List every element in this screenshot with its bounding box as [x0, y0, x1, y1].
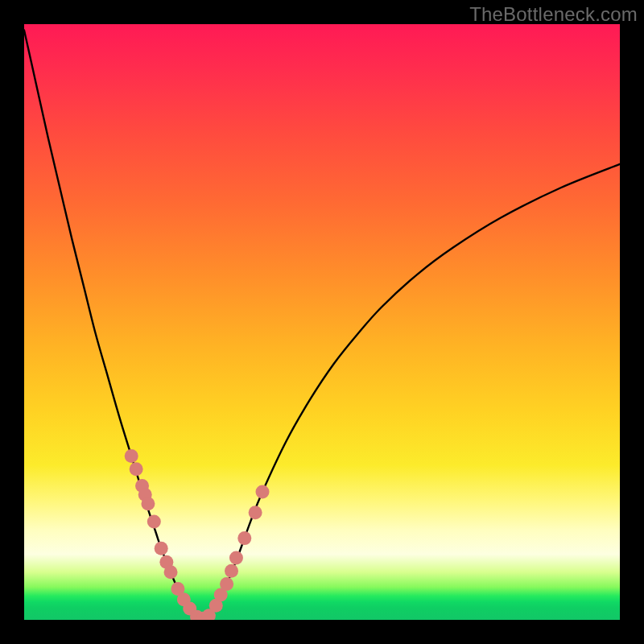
- highlight-dot: [229, 551, 243, 565]
- highlight-dots: [125, 449, 270, 620]
- highlight-dot: [130, 462, 143, 476]
- highlight-dot: [225, 564, 238, 578]
- highlight-dot: [147, 514, 161, 528]
- watermark-label: TheBottleneck.com: [469, 3, 638, 26]
- chart-container: TheBottleneck.com: [0, 0, 644, 644]
- highlight-dot: [237, 531, 251, 545]
- curve-svg: [24, 24, 620, 620]
- highlight-dot: [141, 497, 155, 510]
- highlight-dot: [220, 577, 233, 591]
- highlight-dot: [249, 506, 262, 519]
- highlight-dot: [256, 485, 270, 498]
- bottleneck-curve: [24, 30, 620, 618]
- highlight-dot: [125, 449, 138, 463]
- plot-area: [24, 24, 620, 620]
- highlight-dot: [155, 542, 168, 555]
- highlight-dot: [164, 565, 178, 579]
